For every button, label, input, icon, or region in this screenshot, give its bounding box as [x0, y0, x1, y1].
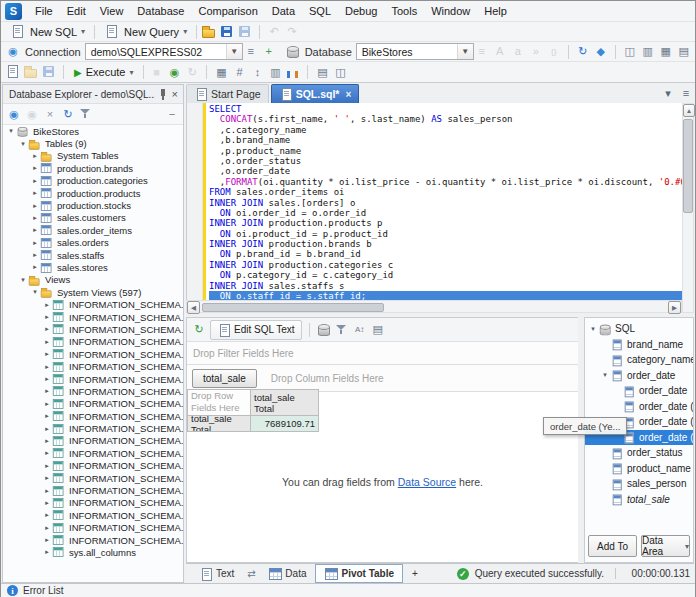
tree-item[interactable]: order_date — [585, 383, 693, 399]
expand-arrow-icon[interactable]: ▸ — [30, 177, 40, 185]
expand-arrow-icon[interactable]: ▸ — [30, 202, 40, 210]
expand-arrow-icon[interactable]: ▾ — [18, 276, 28, 284]
close-connection-icon[interactable]: × — [42, 106, 58, 122]
tree-item[interactable]: ▸INFORMATION_SCHEMA.VIE — [3, 534, 183, 546]
code-completion-icon[interactable]: ◆ — [593, 44, 609, 60]
expand-arrow-icon[interactable]: ▸ — [30, 214, 40, 222]
sort-az-icon[interactable]: A↕ — [352, 322, 368, 338]
grid-edit-icon[interactable]: ▤ — [314, 64, 330, 80]
filter-icon[interactable] — [78, 106, 94, 122]
debug-icon[interactable]: ◉ — [166, 64, 182, 80]
tree-item[interactable]: ▸INFORMATION_SCHEMA.COL — [3, 323, 183, 335]
code-line[interactable]: ,FORMAT(oi.quantity * oi.list_price - oi… — [209, 177, 682, 187]
code-line[interactable]: ON oi.product_id = p.product_id — [209, 229, 682, 239]
scroll-right-icon[interactable]: ▶ — [668, 301, 681, 314]
expand-arrow-icon[interactable]: ▸ — [42, 437, 52, 445]
expand-arrow-icon[interactable]: ▸ — [42, 350, 52, 358]
data-source-icon[interactable] — [316, 322, 332, 338]
pivot-icon[interactable]: ▥ — [267, 64, 283, 80]
tab-list-icon[interactable]: ≡ — [678, 85, 694, 101]
tab-sql-doc[interactable]: SQL.sql* × — [271, 84, 360, 103]
document-map-icon[interactable]: ◫ — [332, 64, 348, 80]
menu-database[interactable]: Database — [130, 2, 191, 20]
expand-arrow-icon[interactable]: ▸ — [30, 226, 40, 234]
code-line[interactable]: ON p.brand_id = b.brand_id — [209, 249, 682, 259]
sort-icon[interactable]: ↕ — [249, 64, 265, 80]
code-line[interactable]: INNER JOIN production.categories c — [209, 260, 682, 270]
new-sql-button[interactable]: New SQL ▾ — [5, 22, 90, 41]
expand-arrow-icon[interactable]: ▾ — [30, 288, 40, 296]
tree-item[interactable]: ▸sales.staffs — [3, 249, 183, 261]
expand-arrow-icon[interactable]: ▸ — [42, 425, 52, 433]
tree-item[interactable]: ▸production.brands — [3, 162, 183, 174]
tree-item[interactable]: ▾SQL — [585, 321, 693, 337]
properties-icon[interactable]: ▤ — [676, 44, 692, 60]
editor-vertical-scrollbar[interactable]: ▲ — [682, 103, 694, 313]
query-plan-icon[interactable]: ▦ — [213, 64, 229, 80]
refresh-pivot-icon[interactable]: ↻ — [191, 322, 207, 338]
collapse-all-icon[interactable]: − — [164, 106, 180, 122]
scroll-left-icon[interactable]: ◀ — [187, 301, 200, 314]
code-line[interactable]: CONCAT(s.first_name, ' ', s.last_name) A… — [209, 114, 682, 124]
data-source-link[interactable]: Data Source — [398, 476, 456, 488]
refresh-icon[interactable]: ↻ — [60, 106, 76, 122]
scrollbar-thumb[interactable] — [202, 303, 384, 312]
expand-arrow-icon[interactable]: ▸ — [42, 487, 52, 495]
menu-tools[interactable]: Tools — [384, 2, 424, 20]
open-file-icon[interactable] — [201, 24, 217, 40]
tab-data-view[interactable]: Data — [259, 564, 315, 583]
menu-sql[interactable]: SQL — [302, 2, 338, 20]
connection-select[interactable]: demo\SQLEXPRESS02 ▼ — [85, 43, 243, 60]
chevron-down-icon[interactable]: ▼ — [457, 44, 473, 59]
error-list-bar[interactable]: Error List — [1, 583, 695, 597]
filter-icon[interactable] — [334, 322, 350, 338]
tree-item[interactable]: ▸sales.order_items — [3, 224, 183, 236]
add-view-tab-button[interactable]: + — [403, 564, 427, 583]
tree-item[interactable]: order_date (Day) — [585, 399, 693, 415]
code-line[interactable]: SELECT — [209, 104, 682, 114]
field-chip-total-sale[interactable]: total_sale — [192, 369, 257, 388]
scrollbar-thumb[interactable] — [683, 119, 693, 213]
database-select[interactable]: BikeStores ▼ — [356, 43, 474, 60]
scroll-up-icon[interactable]: ▲ — [683, 104, 695, 117]
pin-icon[interactable] — [155, 87, 169, 101]
expand-arrow-icon[interactable]: ▸ — [42, 325, 52, 333]
expand-arrow-icon[interactable]: ▸ — [42, 536, 52, 544]
row-drop-area[interactable]: Drop Row Fields Here — [187, 389, 251, 416]
expand-arrow-icon[interactable]: ▸ — [30, 251, 40, 259]
expand-arrow-icon[interactable]: ▸ — [42, 363, 52, 371]
tree-item[interactable]: ▸INFORMATION_SCHEMA.SCH — [3, 447, 183, 459]
code-line[interactable]: ON p.category_id = c.category_id — [209, 270, 682, 280]
tree-item[interactable]: category_name — [585, 352, 693, 368]
tree-item[interactable]: ▸System Tables — [3, 150, 183, 162]
expand-arrow-icon[interactable]: ▸ — [42, 301, 52, 309]
tree-item[interactable]: ▸INFORMATION_SCHEMA.DOM — [3, 373, 183, 385]
expand-arrow-icon[interactable]: ▸ — [30, 164, 40, 172]
tree-item[interactable]: ▸sys.all_columns — [3, 546, 183, 558]
column-drop-area[interactable]: total_sale Drop Column Fields Here — [187, 365, 578, 392]
tree-item[interactable]: ▾BikeStores — [3, 125, 183, 137]
tree-item[interactable]: ▸sales.stores — [3, 261, 183, 273]
tree-item[interactable]: ▸INFORMATION_SCHEMA.KEY — [3, 385, 183, 397]
tree-item[interactable]: ▸INFORMATION_SCHEMA.TAB — [3, 484, 183, 496]
menu-window[interactable]: Window — [424, 2, 477, 20]
expand-arrow-icon[interactable]: ▸ — [30, 263, 40, 271]
chevron-down-icon[interactable]: ▼ — [226, 44, 242, 59]
edit-sql-text-button[interactable]: Edit SQL Text — [210, 320, 302, 340]
code-line[interactable]: ON oi.order_id = o.order_id — [209, 208, 682, 218]
expand-arrow-icon[interactable]: ▸ — [30, 189, 40, 197]
expand-arrow-icon[interactable]: ▾ — [18, 140, 28, 148]
tree-item[interactable]: order_status — [585, 445, 693, 461]
tree-item[interactable]: ▸INFORMATION_SCHEMA.VIE — [3, 522, 183, 534]
panels-icon[interactable]: ▦ — [658, 44, 674, 60]
expand-arrow-icon[interactable]: ▸ — [42, 338, 52, 346]
expand-arrow-icon[interactable]: ▸ — [42, 499, 52, 507]
close-icon[interactable]: × — [169, 88, 181, 100]
tree-item[interactable]: ▸INFORMATION_SCHEMA.ROU — [3, 435, 183, 447]
code-line[interactable]: ,b.brand_name — [209, 135, 682, 145]
tree-item[interactable]: ▸sales.orders — [3, 237, 183, 249]
menu-debug[interactable]: Debug — [338, 2, 384, 20]
tree-item[interactable]: ▾Tables (9) — [3, 137, 183, 149]
tree-item[interactable]: ▸production.categories — [3, 175, 183, 187]
code-line[interactable]: INNER JOIN production.brands b — [209, 239, 682, 249]
